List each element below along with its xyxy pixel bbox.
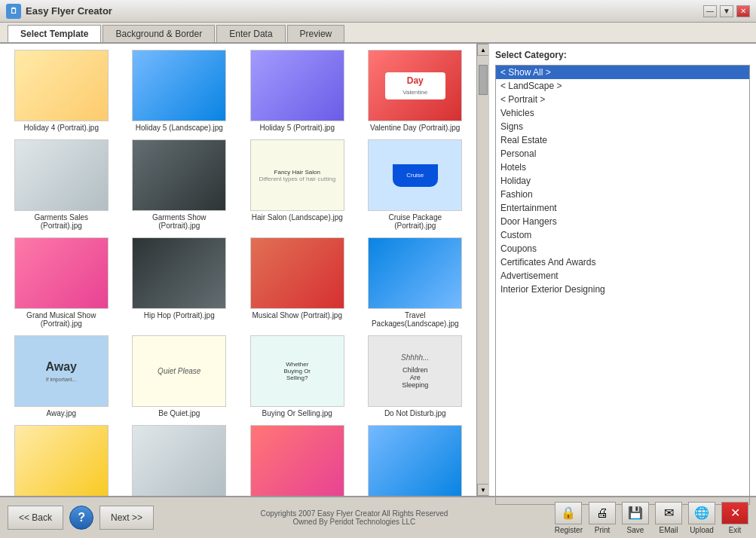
title-bar-controls: — ▼ ✕: [703, 5, 750, 17]
print-icon: 🖨: [589, 502, 616, 524]
print-label: Print: [595, 526, 611, 534]
upload-icon: 🌐: [688, 502, 715, 524]
save-icon: 💾: [622, 502, 649, 524]
template-label: Hair Salon (Landscape).jpg: [252, 213, 343, 222]
category-item-landscape[interactable]: < LandScape >: [496, 79, 749, 93]
template-label: Grand Musical Show (Portrait).jpg: [14, 311, 109, 328]
scrollbar[interactable]: ▲ ▼: [476, 44, 488, 496]
bottom-left: << Back ? Next >>: [8, 506, 154, 530]
template-label: Holiday 4 (Portrait).jpg: [24, 124, 99, 132]
email-label: EMail: [659, 526, 678, 534]
template-item[interactable]: [124, 425, 235, 496]
register-button[interactable]: 🔒Register: [555, 502, 583, 534]
maximize-button[interactable]: ▼: [720, 5, 733, 17]
exit-label: Exit: [729, 526, 742, 534]
category-item-coupons[interactable]: Coupons: [496, 242, 749, 255]
template-label: Garments Show (Portrait).jpg: [132, 213, 226, 230]
category-item-portrait[interactable]: < Portrait >: [496, 93, 749, 106]
category-item-vehicles[interactable]: Vehicles: [496, 106, 749, 120]
exit-icon: ✕: [721, 502, 748, 524]
category-item-show-all[interactable]: < Show All >: [496, 66, 749, 79]
template-item[interactable]: Garments Sales (Portrait).jpg: [6, 139, 117, 230]
template-label: Valentine Day (Portrait).jpg: [370, 124, 460, 132]
category-item-advertisement[interactable]: Advertisement: [496, 269, 749, 283]
template-item[interactable]: Travel Packages(Landscape).jpg: [360, 237, 471, 328]
copyright-text: Copyrights 2007 Easy Flyer Creator All R…: [260, 509, 448, 526]
template-item[interactable]: Grand Musical Show (Portrait).jpg: [6, 237, 117, 328]
template-item[interactable]: Awayif important...Away.jpg: [6, 335, 117, 417]
template-label: Holiday 5 (Portrait).jpg: [260, 124, 335, 132]
template-label: Be Quiet.jpg: [158, 409, 200, 417]
template-item[interactable]: Holiday 5 (Landscape).jpg: [124, 50, 235, 132]
category-item-signs[interactable]: Signs: [496, 120, 749, 133]
template-item[interactable]: Fancy Hair SalonDifferent types of hair …: [242, 139, 353, 230]
print-button[interactable]: 🖨Print: [589, 502, 616, 534]
template-item[interactable]: [242, 425, 353, 496]
action-buttons: 🔒Register🖨Print💾Save✉EMail🌐Upload✕Exit: [555, 502, 748, 534]
template-item[interactable]: Shhhh...ChildrenAreSleepingDo Not Distur…: [360, 335, 471, 417]
category-item-entertainment[interactable]: Entertainment: [496, 201, 749, 215]
template-label: Travel Packages(Landscape).jpg: [368, 311, 462, 328]
template-item[interactable]: Holiday 5 (Portrait).jpg: [242, 50, 353, 132]
template-item[interactable]: Holiday 4 (Portrait).jpg: [6, 50, 117, 132]
save-label: Save: [627, 526, 644, 534]
upload-label: Upload: [690, 526, 714, 534]
right-panel: Select Category: < Show All >< LandScape…: [488, 44, 756, 496]
tab-preview[interactable]: Preview: [287, 25, 345, 42]
category-item-custom[interactable]: Custom: [496, 228, 749, 242]
close-button[interactable]: ✕: [736, 5, 750, 17]
register-label: Register: [555, 526, 583, 534]
template-grid: Holiday 4 (Portrait).jpgHoliday 5 (Lands…: [0, 44, 476, 496]
category-item-holiday[interactable]: Holiday: [496, 174, 749, 188]
email-button[interactable]: ✉EMail: [655, 502, 682, 534]
template-item[interactable]: Hip Hop (Portrait).jpg: [124, 237, 235, 328]
scroll-down-button[interactable]: ▼: [477, 484, 489, 496]
next-button[interactable]: Next >>: [99, 506, 154, 530]
template-item[interactable]: [360, 425, 471, 496]
template-label: Buying Or Selling.jpg: [262, 409, 332, 417]
tab-enter-data[interactable]: Enter Data: [216, 25, 285, 42]
template-item[interactable]: WhetherBuying OrSelling?Buying Or Sellin…: [242, 335, 353, 417]
title-bar: 🗒 Easy Flyer Creator — ▼ ✕: [0, 0, 756, 23]
category-item-hotels[interactable]: Hotels: [496, 160, 749, 174]
category-item-fashion[interactable]: Fashion: [496, 188, 749, 201]
template-item[interactable]: DayValentineValentine Day (Portrait).jpg: [360, 50, 471, 132]
template-item[interactable]: Garments Show (Portrait).jpg: [124, 139, 235, 230]
category-item-real-estate[interactable]: Real Estate: [496, 133, 749, 147]
exit-button[interactable]: ✕Exit: [721, 502, 748, 534]
template-label: Away.jpg: [46, 409, 76, 417]
back-button[interactable]: << Back: [8, 506, 63, 530]
register-icon: 🔒: [555, 502, 582, 524]
email-icon: ✉: [655, 502, 682, 524]
app-title: Easy Flyer Creator: [26, 5, 112, 17]
category-item-personal[interactable]: Personal: [496, 147, 749, 160]
save-button[interactable]: 💾Save: [622, 502, 649, 534]
nav-tabs: Select Template Background & Border Ente…: [0, 23, 756, 44]
template-label: Do Not Disturb.jpg: [384, 409, 446, 417]
category-label: Select Category:: [495, 50, 750, 60]
template-label: Musical Show (Portrait).jpg: [253, 311, 342, 319]
minimize-button[interactable]: —: [703, 5, 717, 17]
tab-select-template[interactable]: Select Template: [8, 25, 101, 42]
template-label: Cruise Package (Portrait).jpg: [368, 213, 462, 230]
template-item[interactable]: Quiet PleaseBe Quiet.jpg: [124, 335, 235, 417]
template-label: Holiday 5 (Landscape).jpg: [136, 124, 223, 132]
category-item-certificates[interactable]: Certificates And Awards: [496, 255, 749, 269]
bottom-bar: << Back ? Next >> Copyrights 2007 Easy F…: [0, 496, 756, 538]
template-label: Hip Hop (Portrait).jpg: [144, 311, 215, 319]
template-label: Garments Sales (Portrait).jpg: [14, 213, 109, 230]
template-item[interactable]: [6, 425, 117, 496]
help-button[interactable]: ?: [69, 506, 93, 530]
template-item[interactable]: CruiseCruise Package (Portrait).jpg: [360, 139, 471, 230]
scroll-up-button[interactable]: ▲: [477, 44, 489, 56]
main-content: Holiday 4 (Portrait).jpgHoliday 5 (Lands…: [0, 44, 756, 496]
upload-button[interactable]: 🌐Upload: [688, 502, 715, 534]
tab-background-border[interactable]: Background & Border: [103, 25, 215, 42]
category-item-door-hangers[interactable]: Door Hangers: [496, 215, 749, 228]
category-list: < Show All >< LandScape >< Portrait >Veh…: [495, 65, 750, 505]
category-item-interior-exterior[interactable]: Interior Exterior Designing: [496, 283, 749, 296]
app-icon: 🗒: [6, 4, 21, 19]
title-bar-left: 🗒 Easy Flyer Creator: [6, 4, 112, 19]
template-item[interactable]: Musical Show (Portrait).jpg: [242, 237, 353, 328]
